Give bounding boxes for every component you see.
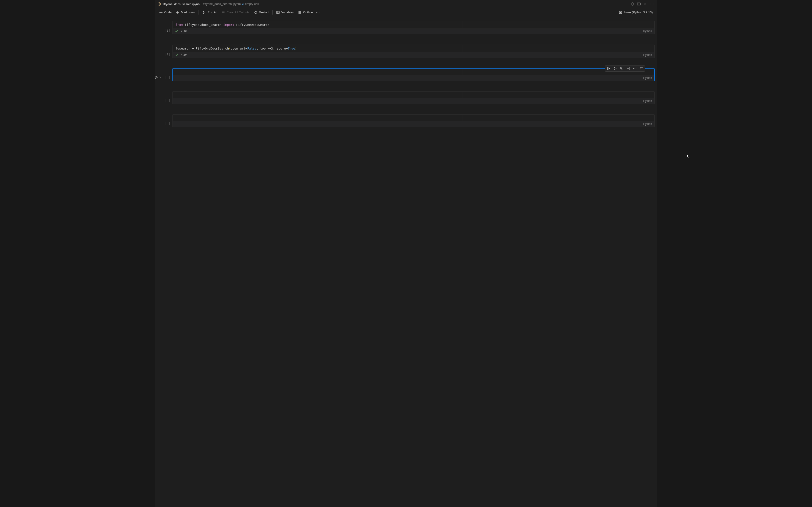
editor-ruler [462,68,462,75]
code-token: import [223,23,235,26]
plus-icon [159,10,163,14]
python-cell-icon [242,3,245,6]
restart-label: Restart [259,10,269,14]
cell-gutter: [2] [157,45,172,58]
variables-label: Variables [281,10,294,14]
breadcrumb[interactable]: fiftyone_docs_search.ipynb/empty cell [203,2,259,6]
notebook-toolbar: Code Markdown Run All Clear All Outputs … [155,8,657,17]
code-token: fiftyone.docs_search [183,23,223,26]
clear-outputs-button[interactable]: Clear All Outputs [220,10,251,15]
svg-point-14 [319,12,319,12]
svg-point-19 [633,68,634,69]
add-markdown-cell-button[interactable]: Markdown [174,10,197,15]
cell-body[interactable]: Python [172,91,655,104]
split-cell-icon[interactable] [625,66,631,71]
more-actions-icon[interactable] [649,1,655,7]
code-token: ( [229,47,231,50]
notebook-panel: fiftyone_docs_search.ipynb fiftyone_docs… [155,0,657,507]
outline-icon [298,10,302,14]
mouse-cursor [687,154,690,158]
breadcrumb-file[interactable]: fiftyone_docs_search.ipynb [203,2,240,6]
run-all-label: Run All [207,10,217,14]
cell-status-row: 0.0sPython [173,52,654,58]
run-options-chevron-icon[interactable] [159,76,162,78]
split-editor-icon[interactable] [636,1,642,7]
code-token: fosearch = FiftyOneDocsSearch [175,47,229,50]
code-cell[interactable]: [ ]Python [157,114,655,127]
editor-ruler [462,21,462,29]
cell-language-label[interactable]: Python [643,76,652,79]
cell-body[interactable]: Python [172,68,655,81]
cell-body[interactable]: Python [172,114,655,127]
cells-container: [1]from fiftyone.docs_search import Fift… [155,17,657,507]
code-cell[interactable]: [2]fosearch = FiftyOneDocsSearch(open_ur… [157,45,655,58]
svg-point-13 [318,12,318,12]
execute-cells-below-icon[interactable] [618,66,625,71]
run-by-line-icon[interactable] [605,66,612,71]
svg-rect-17 [627,67,630,68]
execution-count: [1] [165,29,170,33]
svg-point-21 [636,68,636,69]
delete-cell-icon[interactable] [638,66,645,71]
editor-ruler [462,115,462,121]
cell-language-label[interactable]: Python [643,53,652,57]
cell-gutter: [ ] [157,91,172,104]
code-input[interactable]: from fiftyone.docs_search import FiftyOn… [173,21,654,29]
code-cell[interactable]: [ ]Python [157,68,655,81]
add-code-cell-button[interactable]: Code [157,10,173,15]
plus-icon [176,10,180,14]
cell-status-row: Python [173,121,654,127]
execution-time: 0.0s [181,53,188,57]
run-cell-icon[interactable] [155,75,158,79]
svg-point-12 [316,12,317,12]
clear-outputs-label: Clear All Outputs [226,10,250,14]
close-editor-icon[interactable] [643,1,648,7]
editor-ruler [462,92,462,98]
code-input[interactable]: fosearch = FiftyOneDocsSearch(open_url=F… [173,45,654,52]
outline-label: Outline [303,10,313,14]
run-all-icon [202,10,206,14]
cell-language-label[interactable]: Python [643,122,652,125]
restart-icon [254,10,257,14]
svg-point-1 [159,3,160,4]
code-cell[interactable]: [1]from fiftyone.docs_search import Fift… [157,21,655,34]
variables-button[interactable]: Variables [274,10,295,15]
cell-gutter: [ ] [157,68,172,81]
cell-status-row: 2.0sPython [173,29,654,34]
cell-run-controls[interactable] [155,75,162,79]
run-all-button[interactable]: Run All [201,10,219,15]
notebook-file-icon [157,2,161,6]
variables-icon [276,10,280,14]
customize-layout-icon[interactable] [630,1,635,7]
execution-count: [ ] [165,99,170,102]
kernel-icon [619,10,622,14]
add-markdown-label: Markdown [181,10,195,14]
cell-language-label[interactable]: Python [643,30,652,33]
cell-status-row: Python [173,75,654,81]
editor-ruler [462,45,462,52]
restart-button[interactable]: Restart [252,10,270,15]
cell-body[interactable]: fosearch = FiftyOneDocsSearch(open_url=F… [172,45,655,58]
success-check-icon [175,30,178,33]
svg-rect-18 [627,69,630,70]
code-token: open_url= [231,47,247,50]
execution-count: [ ] [165,76,170,79]
code-input[interactable] [173,115,654,121]
toolbar-more-icon[interactable] [315,10,320,15]
breadcrumb-cell[interactable]: empty cell [245,2,259,6]
cell-language-label[interactable]: Python [643,99,652,103]
execute-cell-icon[interactable] [612,66,618,71]
code-input[interactable] [173,92,654,98]
code-cell[interactable]: [ ]Python [157,91,655,104]
svg-rect-9 [276,11,280,14]
execution-count: [2] [165,53,170,56]
svg-rect-16 [620,12,621,13]
outline-button[interactable]: Outline [296,10,314,15]
code-input[interactable] [173,68,654,75]
kernel-picker-button[interactable]: base (Python 3.9.13) [617,10,655,15]
cell-body[interactable]: from fiftyone.docs_search import FiftyOn… [172,21,655,34]
cell-more-actions-icon[interactable] [631,66,638,71]
cell-status-row: Python [173,98,654,104]
clear-outputs-icon [221,10,225,14]
code-token: ) [295,47,297,50]
